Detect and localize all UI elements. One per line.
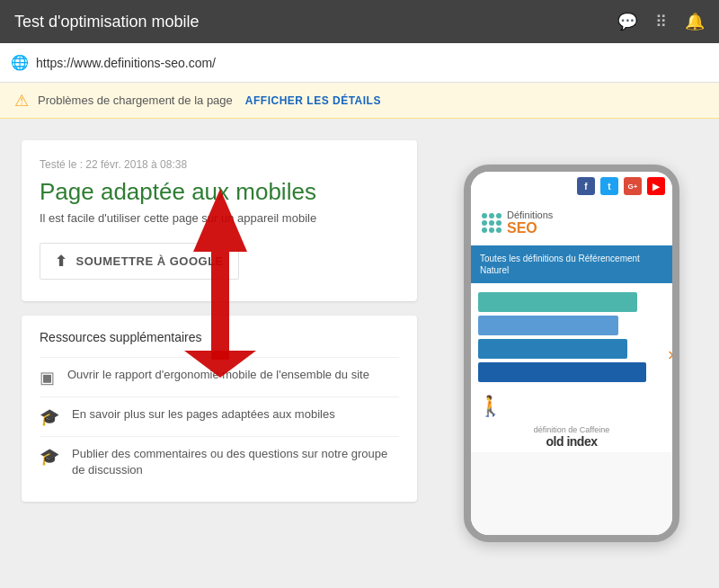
logo-text: Définitions SEO [507, 209, 553, 236]
logo-dot-1 [482, 213, 487, 218]
resource-item-1[interactable]: ▣ Ouvrir le rapport d'ergonomie mobile d… [40, 357, 399, 396]
monitor-icon: ▣ [40, 368, 55, 388]
main-content: Testé le : 22 févr. 2018 à 08:38 Page ad… [0, 119, 719, 588]
url-input[interactable] [36, 56, 708, 70]
resource-text-3: Publier des commentaires ou des question… [72, 446, 399, 478]
phone-next-arrow[interactable]: › [668, 343, 672, 364]
logo-dot-4 [482, 220, 487, 226]
resource-text-1: Ouvrir le rapport d'ergonomie mobile de … [67, 367, 369, 383]
notifications-icon[interactable]: 🔔 [685, 12, 705, 31]
resource-text-2: En savoir plus sur les pages adaptées au… [72, 406, 335, 423]
feedback-icon[interactable]: 💬 [617, 12, 637, 31]
phone-banner-text: Toutes les définitions du Référencement … [480, 254, 640, 275]
logo-dot-8 [489, 227, 494, 233]
googleplus-icon: G+ [624, 177, 642, 195]
warning-details-link[interactable]: AFFICHER LES DÉTAILS [245, 94, 381, 107]
left-panel: Testé le : 22 févr. 2018 à 08:38 Page ad… [22, 140, 417, 566]
warning-icon: ⚠ [14, 91, 29, 111]
test-date: Testé le : 22 févr. 2018 à 08:38 [40, 158, 399, 171]
logo-seo-text: SEO [507, 220, 553, 236]
logo-dot-5 [489, 220, 494, 226]
phone-figure-area: 🚶 [471, 391, 672, 422]
phone-logo-area: Définitions SEO [471, 200, 672, 245]
logo-definitions-text: Définitions [507, 209, 553, 220]
resources-title: Ressources supplémentaires [40, 330, 399, 344]
chart-bar-2 [478, 316, 618, 335]
topbar: Test d'optimisation mobile 💬 ⠿ 🔔 [0, 0, 719, 43]
submit-google-button[interactable]: ⬆ SOUMETTRE À GOOGLE [40, 243, 239, 280]
warningbar: ⚠ Problèmes de chargement de la page AFF… [0, 83, 719, 119]
topbar-icons: 💬 ⠿ 🔔 [617, 12, 705, 31]
logo-dots [482, 213, 502, 233]
logo-dot-9 [496, 227, 502, 233]
resource-item-2[interactable]: 🎓 En savoir plus sur les pages adaptées … [40, 396, 399, 436]
phone-social-bar: f t G+ ▶ [471, 172, 672, 200]
warning-text: Problèmes de chargement de la page [38, 94, 233, 107]
result-title: Page adaptée aux mobiles [40, 178, 399, 206]
chart-bar-3 [478, 339, 627, 359]
submit-button-label: SOUMETTRE À GOOGLE [76, 254, 224, 268]
page-title: Test d'optimisation mobile [14, 13, 200, 31]
phone-banner: Toutes les définitions du Référencement … [471, 245, 672, 283]
phone-mockup: f t G+ ▶ [464, 165, 679, 542]
twitter-icon: t [600, 177, 618, 195]
phone-bottom-text: définition de Caffeine old index [471, 422, 672, 452]
result-card: Testé le : 22 févr. 2018 à 08:38 Page ad… [22, 140, 417, 301]
logo-dot-3 [496, 213, 502, 218]
resources-section: Ressources supplémentaires ▣ Ouvrir le r… [22, 316, 417, 502]
globe-icon: 🌐 [11, 54, 29, 71]
youtube-icon: ▶ [647, 177, 665, 195]
page-wrapper: Test d'optimisation mobile 💬 ⠿ 🔔 🌐 ⚠ Pro… [0, 0, 719, 588]
resource-item-3[interactable]: 🎓 Publier des commentaires ou des questi… [40, 436, 399, 487]
logo-dot-2 [489, 213, 494, 218]
urlbar: 🌐 [0, 43, 719, 83]
phone-screen: f t G+ ▶ [471, 172, 672, 535]
graduation-icon: 🎓 [40, 407, 59, 427]
upload-icon: ⬆ [55, 253, 67, 270]
phone-chart-area [471, 283, 672, 391]
phone-caption: définition de Caffeine [475, 425, 669, 434]
right-panel: f t G+ ▶ [446, 140, 697, 566]
logo-dot-7 [482, 227, 487, 233]
result-subtitle: Il est facile d'utiliser cette page sur … [40, 211, 399, 225]
facebook-icon: f [577, 177, 595, 195]
apps-icon[interactable]: ⠿ [655, 12, 667, 31]
phone-big-text: old index [475, 434, 669, 449]
chart-bar-1 [478, 292, 637, 312]
stick-figure-icon: 🚶 [478, 395, 502, 418]
chart-bar-4 [478, 362, 646, 382]
logo-dot-6 [496, 220, 502, 226]
graduation2-icon: 🎓 [40, 447, 59, 467]
